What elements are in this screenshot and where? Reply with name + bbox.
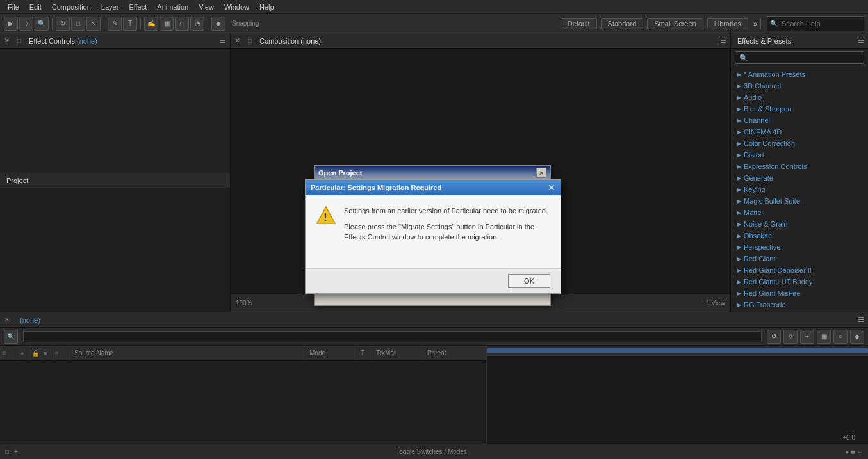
menu-view[interactable]: View [193, 2, 219, 12]
effects-list-item[interactable]: ▶Red Giant MisFire [731, 287, 868, 299]
workspace-standard[interactable]: Standard [601, 18, 644, 29]
tab-timeline[interactable]: (none) [17, 315, 43, 325]
solo-icon: ● [20, 350, 24, 357]
comp-close[interactable]: ✕ [234, 36, 240, 45]
add-layer-icon[interactable]: + [14, 448, 18, 455]
effects-tab-bar: Effects & Presets ☰ [731, 33, 868, 49]
menu-help[interactable]: Help [254, 2, 279, 12]
tool-roto[interactable]: ◔ [190, 17, 204, 31]
tool-text[interactable]: T [123, 17, 137, 31]
effect-label-5: CINEMA 4D [744, 128, 782, 136]
tool-arrow[interactable]: ▶ [4, 17, 18, 31]
timeline-ruler[interactable] [487, 346, 868, 356]
effects-list-item[interactable]: ▶Keying [731, 184, 868, 195]
tool-hand[interactable]: 〉 [19, 17, 33, 31]
effects-list-item[interactable]: ▶* Animation Presets [731, 68, 868, 80]
num-icon: # [55, 350, 58, 357]
menu-layer[interactable]: Layer [96, 2, 124, 12]
timeline-btn1[interactable]: ↺ [767, 330, 781, 344]
effects-list-item[interactable]: ▶Matte [731, 207, 868, 218]
tab-effects-presets[interactable]: Effects & Presets [735, 36, 794, 46]
separator-4 [208, 18, 208, 29]
tool-rotate[interactable]: ↻ [56, 17, 70, 31]
effects-list-item[interactable]: ▶Color Correction [731, 138, 868, 149]
timeline-btn4[interactable]: ▦ [817, 330, 831, 344]
open-project-close[interactable]: ✕ [536, 168, 546, 178]
effects-list-item[interactable]: ▶Noise & Grain [731, 218, 868, 230]
tab-project[interactable]: Project [4, 175, 31, 186]
particular-dialog-titlebar: Particular: Settings Migration Required … [306, 180, 561, 195]
timeline-search-field[interactable] [23, 331, 762, 342]
effects-list-item[interactable]: ▶3D Channel [731, 80, 868, 92]
ok-button[interactable]: OK [508, 274, 550, 288]
effect-arrow-0: ▶ [737, 72, 741, 77]
effects-list-item[interactable]: ▶Distort [731, 149, 868, 161]
menu-effect[interactable]: Effect [124, 2, 152, 12]
effect-label-17: Red Giant Denoiser II [744, 266, 812, 274]
effect-label-16: Red Giant [744, 255, 776, 262]
tool-puppet[interactable]: ◆ [211, 17, 225, 31]
effect-controls-close[interactable]: ✕ [4, 36, 10, 45]
col-num: # [54, 346, 69, 360]
timeline-btn5[interactable]: ○ [833, 330, 848, 344]
timeline-close[interactable]: ✕ [4, 316, 10, 324]
timeline-toolbar: 🔍 ↺ ◊ + ▦ ○ ◆ [0, 328, 868, 346]
menu-composition[interactable]: Composition [47, 2, 96, 12]
effects-list-item[interactable]: ▶Red Giant [731, 253, 868, 264]
tool-eraser[interactable]: ◻ [175, 17, 189, 31]
effects-search-input[interactable] [735, 51, 864, 64]
tool-clone[interactable]: ▦ [160, 17, 174, 31]
effects-list: ▶* Animation Presets▶3D Channel▶Audio▶Bl… [731, 67, 868, 312]
effect-arrow-13: ▶ [737, 221, 741, 227]
menu-window[interactable]: Window [219, 2, 254, 12]
effects-presets-panel: Effects & Presets ☰ ▶* Animation Presets… [730, 33, 868, 312]
effects-list-item[interactable]: ▶Red Giant LUT Buddy [731, 276, 868, 287]
particular-dialog[interactable]: Particular: Settings Migration Required … [305, 179, 561, 294]
effects-list-item[interactable]: ▶Blur & Sharpen [731, 103, 868, 115]
effect-arrow-16: ▶ [737, 256, 741, 262]
toggle-switches-icon[interactable]: □ [5, 448, 9, 455]
effects-list-item[interactable]: ▶Audio [731, 92, 868, 103]
timeline-menu[interactable]: ☰ [858, 316, 864, 324]
separator-5 [760, 18, 761, 29]
timeline-btn6[interactable]: ◆ [850, 330, 864, 344]
timeline-btn3[interactable]: + [800, 330, 814, 344]
effect-label-0: * Animation Presets [744, 70, 805, 78]
tool-zoom[interactable]: 🔍 [35, 17, 49, 31]
effects-list-item[interactable]: ▶Expression Controls [731, 161, 868, 172]
menu-edit[interactable]: Edit [24, 2, 47, 12]
lock-icon: 🔒 [32, 350, 39, 357]
effects-list-item[interactable]: ▶CINEMA 4D [731, 126, 868, 138]
search-input[interactable] [778, 17, 861, 30]
menu-file[interactable]: File [3, 2, 24, 12]
timeline-btn2[interactable]: ◊ [783, 330, 798, 344]
tab-composition[interactable]: Composition (none) [257, 36, 323, 46]
tool-camera[interactable]: □ [71, 17, 85, 31]
tool-pen[interactable]: ✎ [108, 17, 122, 31]
search-icon: 🔍 [770, 20, 778, 27]
effects-list-item[interactable]: ▶Red Giant Denoiser II [731, 264, 868, 276]
tool-brush[interactable]: ✍ [144, 17, 158, 31]
effects-list-item[interactable]: ▶Generate [731, 172, 868, 184]
tab-effect-controls[interactable]: Effect Controls (none) [26, 36, 100, 46]
effects-list-item[interactable]: ▶Channel [731, 115, 868, 126]
timeline-search-btn[interactable]: 🔍 [4, 330, 18, 344]
particular-dialog-close[interactable]: ✕ [548, 183, 555, 192]
zoom-level[interactable]: 100% [236, 300, 252, 307]
tool-move[interactable]: ↖ [86, 17, 101, 31]
workspace-default[interactable]: Default [561, 18, 597, 29]
effects-list-item[interactable]: ▶Magic Bullet Suite [731, 195, 868, 207]
comp-menu[interactable]: ☰ [720, 36, 726, 45]
workspace-libraries[interactable]: Libraries [707, 18, 748, 29]
effects-list-item[interactable]: ▶RG Trapcode [731, 299, 868, 310]
effects-menu[interactable]: ☰ [858, 36, 864, 45]
workspace-small-screen[interactable]: Small Screen [647, 18, 703, 29]
effect-arrow-4: ▶ [737, 118, 741, 124]
dialog-content-row: ! Settings from an earlier version of Pa… [316, 205, 550, 248]
effect-controls-menu[interactable]: ☰ [220, 36, 226, 45]
effects-list-item[interactable]: ▶Obsolete [731, 230, 868, 241]
label-icon: ■ [44, 350, 47, 357]
toggle-switches-label[interactable]: Toggle Switches / Modes [396, 448, 467, 455]
menu-animation[interactable]: Animation [152, 2, 193, 12]
effects-list-item[interactable]: ▶Perspective [731, 241, 868, 253]
